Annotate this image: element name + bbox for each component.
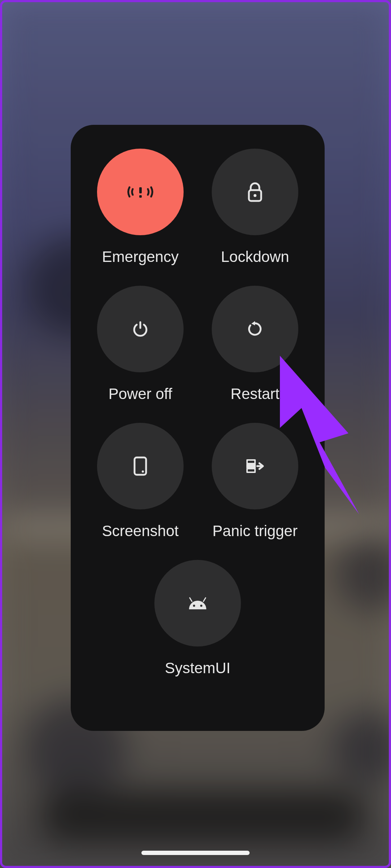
- home-indicator[interactable]: [141, 851, 250, 855]
- svg-rect-4: [135, 457, 146, 475]
- svg-line-9: [190, 598, 192, 601]
- systemui-label: SystemUI: [165, 659, 230, 677]
- power-icon: [97, 286, 184, 372]
- systemui-button[interactable]: SystemUI: [87, 560, 308, 677]
- lock-icon: [212, 149, 298, 235]
- svg-point-5: [142, 470, 144, 473]
- android-icon: [154, 560, 241, 646]
- svg-rect-6: [247, 464, 255, 468]
- lockdown-button[interactable]: Lockdown: [202, 149, 308, 266]
- power-menu-panel: Emergency Lockdown Power off: [71, 125, 325, 731]
- svg-point-8: [200, 605, 202, 607]
- svg-rect-0: [139, 187, 142, 193]
- svg-point-7: [193, 605, 195, 607]
- emergency-icon: [97, 149, 184, 235]
- screenshot-button[interactable]: Screenshot: [87, 423, 193, 540]
- screenshot-icon: [97, 423, 184, 509]
- power-off-label: Power off: [109, 385, 172, 403]
- lockdown-label: Lockdown: [221, 248, 289, 266]
- svg-point-3: [254, 194, 256, 197]
- svg-line-10: [203, 598, 206, 601]
- emergency-label: Emergency: [102, 248, 179, 266]
- emergency-button[interactable]: Emergency: [87, 149, 193, 266]
- restart-icon: [212, 286, 298, 372]
- screenshot-label: Screenshot: [102, 522, 179, 540]
- panic-trigger-button[interactable]: Panic trigger: [202, 423, 308, 540]
- panic-trigger-label: Panic trigger: [212, 522, 298, 540]
- power-off-button[interactable]: Power off: [87, 286, 193, 403]
- svg-rect-1: [139, 195, 142, 198]
- restart-label: Restart: [230, 385, 279, 403]
- panic-icon: [212, 423, 298, 509]
- restart-button[interactable]: Restart: [202, 286, 308, 403]
